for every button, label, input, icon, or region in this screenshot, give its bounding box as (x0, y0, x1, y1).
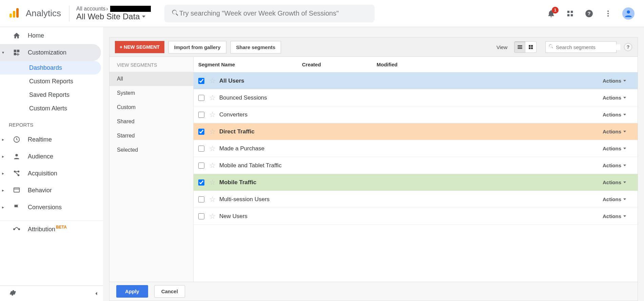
apply-button[interactable]: Apply (116, 285, 148, 298)
star-icon[interactable]: ☆ (209, 195, 216, 204)
segments-footer: Apply Cancel (109, 282, 638, 301)
grid-view-button[interactable] (525, 42, 536, 52)
nav-acquisition[interactable]: ▸ Acquisition (0, 165, 101, 182)
svg-point-19 (18, 171, 20, 173)
logo[interactable]: Analytics (8, 7, 61, 20)
segment-list[interactable]: ☆All UsersActions☆Bounced SessionsAction… (194, 72, 638, 282)
segment-row[interactable]: ☆Bounced SessionsActions (194, 89, 638, 106)
segment-search-input[interactable] (556, 44, 620, 50)
star-icon[interactable]: ☆ (209, 178, 216, 187)
segment-actions-menu[interactable]: Actions (603, 196, 626, 202)
nav-custom-alerts[interactable]: Custom Alerts (0, 102, 101, 115)
nav-realtime[interactable]: ▸ Realtime (0, 131, 101, 148)
analytics-logo-icon (8, 7, 20, 20)
star-icon[interactable]: ☆ (209, 110, 216, 119)
collapse-sidebar-button[interactable] (93, 290, 100, 298)
global-search[interactable] (164, 5, 375, 22)
account-avatar[interactable] (622, 7, 635, 20)
person-icon (13, 153, 22, 160)
star-icon[interactable]: ☆ (209, 77, 216, 85)
segment-checkbox[interactable] (198, 196, 204, 202)
help-button[interactable]: ? (584, 9, 594, 18)
segment-checkbox[interactable] (198, 146, 204, 152)
segment-actions-menu[interactable]: Actions (603, 112, 626, 117)
svg-rect-2 (16, 8, 19, 18)
segment-checkbox[interactable] (198, 179, 204, 186)
nav-audience[interactable]: ▸ Audience (0, 148, 101, 165)
segment-checkbox[interactable] (198, 213, 204, 219)
star-icon[interactable]: ☆ (209, 212, 216, 221)
nav-dashboards[interactable]: Dashboards (0, 61, 101, 74)
nav-behavior[interactable]: ▸ Behavior (0, 182, 101, 199)
new-segment-button[interactable]: + NEW SEGMENT (115, 41, 164, 53)
filter-starred[interactable]: Starred (109, 129, 193, 143)
nav-custom-reports[interactable]: Custom Reports (0, 74, 101, 88)
filter-custom[interactable]: Custom (109, 100, 193, 114)
nav-saved-reports[interactable]: Saved Reports (0, 88, 101, 102)
star-icon[interactable]: ☆ (209, 93, 216, 102)
search-input[interactable] (179, 9, 368, 17)
segment-row[interactable]: ☆Direct TrafficActions (194, 123, 638, 140)
expand-caret-icon: ▾ (2, 50, 5, 55)
segment-name: Bounced Sessions (219, 94, 307, 101)
cancel-button[interactable]: Cancel (154, 285, 185, 298)
svg-rect-5 (567, 14, 569, 16)
col-segment-name[interactable]: Segment Name (194, 62, 302, 67)
chevron-right-icon: › (106, 6, 108, 12)
segment-checkbox[interactable] (198, 95, 204, 101)
notifications-button[interactable]: 1 (546, 9, 556, 18)
nav-attribution[interactable]: AttributionBETA (0, 221, 101, 238)
segment-row[interactable]: ☆Made a PurchaseActions (194, 140, 638, 157)
segment-checkbox[interactable] (198, 112, 204, 118)
segment-actions-menu[interactable]: Actions (603, 179, 626, 185)
nav-admin[interactable] (0, 285, 103, 301)
col-modified[interactable]: Modified (377, 62, 448, 67)
svg-rect-25 (518, 47, 522, 47)
filter-all[interactable]: All (109, 72, 193, 86)
segments-panel: + NEW SEGMENT Import from gallery Share … (109, 37, 638, 301)
filter-shared[interactable]: Shared (109, 114, 193, 129)
segment-row[interactable]: ☆ConvertersActions (194, 106, 638, 123)
segment-search[interactable] (545, 41, 617, 53)
svg-rect-3 (567, 10, 569, 13)
segment-actions-menu[interactable]: Actions (603, 95, 626, 101)
filter-system[interactable]: System (109, 86, 193, 100)
import-from-gallery-button[interactable]: Import from gallery (168, 41, 226, 53)
segment-checkbox[interactable] (198, 129, 204, 135)
list-view-button[interactable] (515, 42, 525, 52)
segment-checkbox[interactable] (198, 163, 204, 169)
segment-name: Made a Purchase (219, 145, 307, 152)
view-segments-label: VIEW SEGMENTS (109, 57, 193, 72)
segment-row[interactable]: ☆Multi-session UsersActions (194, 191, 638, 208)
caret-down-icon (623, 80, 626, 82)
segment-checkbox[interactable] (198, 78, 204, 84)
nav-home[interactable]: Home (0, 27, 101, 44)
segment-actions-menu[interactable]: Actions (603, 213, 626, 219)
segments-help-button[interactable]: ? (624, 43, 632, 51)
apps-menu-button[interactable] (565, 9, 575, 18)
star-icon[interactable]: ☆ (209, 144, 216, 153)
star-icon[interactable]: ☆ (209, 127, 216, 136)
notification-badge: 1 (552, 7, 559, 14)
segment-actions-menu[interactable]: Actions (603, 129, 626, 134)
col-created[interactable]: Created (302, 62, 377, 67)
expand-caret-icon: ▸ (2, 171, 5, 176)
svg-point-10 (607, 13, 609, 14)
nav-conversions[interactable]: ▸ Conversions (0, 199, 101, 216)
segment-actions-menu[interactable]: Actions (603, 78, 626, 84)
expand-caret-icon: ▸ (2, 137, 5, 142)
share-segments-button[interactable]: Share segments (230, 41, 281, 53)
more-menu-button[interactable] (603, 9, 613, 18)
svg-rect-24 (518, 45, 522, 46)
account-switcher[interactable]: All accounts › All Web Site Data (69, 6, 151, 21)
segment-row[interactable]: ☆All UsersActions (194, 72, 638, 89)
svg-rect-30 (531, 47, 533, 49)
nav-customization[interactable]: ▾ Customization (0, 44, 101, 61)
filter-selected[interactable]: Selected (109, 143, 193, 157)
segment-row[interactable]: ☆New UsersActions (194, 208, 638, 225)
segment-row[interactable]: ☆Mobile and Tablet TrafficActions (194, 157, 638, 174)
segment-row[interactable]: ☆Mobile TrafficActions (194, 174, 638, 191)
segment-actions-menu[interactable]: Actions (603, 163, 626, 168)
segment-actions-menu[interactable]: Actions (603, 146, 626, 151)
star-icon[interactable]: ☆ (209, 161, 216, 170)
